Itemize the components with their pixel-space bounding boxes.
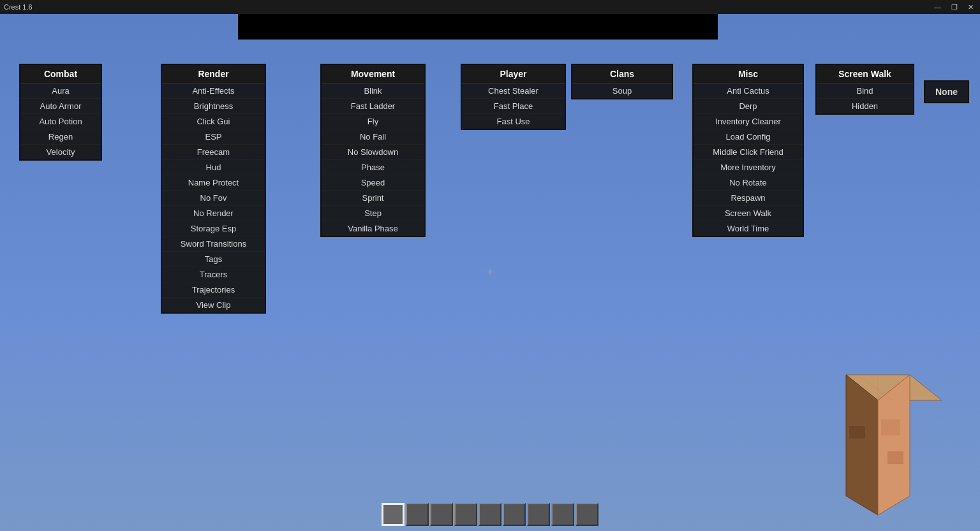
module-load-config[interactable]: Load Config	[694, 129, 803, 145]
module-hud[interactable]: Hud	[162, 160, 265, 175]
panel-misc: Misc Anti Cactus Derp Inventory Cleaner …	[692, 64, 804, 237]
module-regen[interactable]: Regen	[20, 129, 101, 145]
module-phase[interactable]: Phase	[322, 160, 424, 175]
panel-movement: Movement Blink Fast Ladder Fly No Fall N…	[320, 64, 426, 237]
panel-clans: Clans Soup	[571, 64, 673, 99]
panel-combat-header: Combat	[20, 65, 101, 84]
module-auto-potion[interactable]: Auto Potion	[20, 114, 101, 129]
window-title: Crest 1.6	[4, 3, 33, 11]
top-black-bar	[238, 14, 718, 40]
module-view-clip[interactable]: View Clip	[162, 298, 265, 312]
panel-misc-header: Misc	[694, 65, 803, 84]
module-respawn[interactable]: Respawn	[694, 191, 803, 206]
module-soup[interactable]: Soup	[572, 84, 672, 98]
module-no-fov[interactable]: No Fov	[162, 191, 265, 206]
panel-clans-header: Clans	[572, 65, 672, 84]
window-controls[interactable]: — ❐ ✕	[932, 3, 976, 11]
crosshair: +	[487, 265, 494, 279]
module-sword-transitions[interactable]: Sword Transitions	[162, 236, 265, 252]
block-svg	[795, 356, 961, 521]
module-freecam[interactable]: Freecam	[162, 145, 265, 160]
module-inventory-cleaner[interactable]: Inventory Cleaner	[694, 114, 803, 129]
svg-rect-7	[849, 426, 865, 439]
module-trajectories[interactable]: Trajectories	[162, 282, 265, 298]
hotbar-slot-9[interactable]	[575, 503, 598, 526]
module-auto-armor[interactable]: Auto Armor	[20, 99, 101, 114]
module-velocity[interactable]: Velocity	[20, 145, 101, 159]
module-more-inventory[interactable]: More Inventory	[694, 160, 803, 175]
module-fast-ladder[interactable]: Fast Ladder	[322, 99, 424, 114]
module-tracers[interactable]: Tracers	[162, 267, 265, 282]
close-button[interactable]: ✕	[965, 3, 976, 11]
panel-screenwalk-header: Screen Walk	[817, 65, 913, 84]
module-middle-click-friend[interactable]: Middle Click Friend	[694, 145, 803, 160]
module-no-slowdown[interactable]: No Slowdown	[322, 145, 424, 160]
none-button[interactable]: None	[924, 80, 969, 103]
hotbar	[382, 503, 598, 526]
hotbar-slot-7[interactable]	[527, 503, 550, 526]
module-speed[interactable]: Speed	[322, 175, 424, 191]
svg-rect-6	[887, 451, 903, 464]
hotbar-slot-4[interactable]	[454, 503, 477, 526]
module-sprint[interactable]: Sprint	[322, 191, 424, 206]
module-anti-cactus[interactable]: Anti Cactus	[694, 84, 803, 99]
module-step[interactable]: Step	[322, 206, 424, 221]
svg-rect-5	[881, 419, 900, 435]
minecraft-block	[795, 356, 961, 521]
panel-movement-header: Movement	[322, 65, 424, 84]
hotbar-slot-8[interactable]	[551, 503, 574, 526]
module-fly[interactable]: Fly	[322, 114, 424, 129]
panel-player-header: Player	[462, 65, 565, 84]
module-blink[interactable]: Blink	[322, 84, 424, 99]
maximize-button[interactable]: ❐	[949, 3, 960, 11]
hotbar-slot-3[interactable]	[430, 503, 453, 526]
module-aura[interactable]: Aura	[20, 84, 101, 99]
panel-render-header: Render	[162, 65, 265, 84]
hotbar-slot-2[interactable]	[406, 503, 429, 526]
hotbar-slot-5[interactable]	[479, 503, 501, 526]
module-no-render[interactable]: No Render	[162, 206, 265, 221]
module-derp[interactable]: Derp	[694, 99, 803, 114]
module-world-time[interactable]: World Time	[694, 221, 803, 236]
module-bind[interactable]: Bind	[817, 84, 913, 99]
panel-render: Render Anti-Effects Brightness Click Gui…	[161, 64, 266, 314]
module-esp[interactable]: ESP	[162, 129, 265, 145]
module-anti-effects[interactable]: Anti-Effects	[162, 84, 265, 99]
module-fast-use[interactable]: Fast Use	[462, 114, 565, 129]
module-hidden[interactable]: Hidden	[817, 99, 913, 113]
hotbar-slot-6[interactable]	[503, 503, 526, 526]
module-vanilla-phase[interactable]: Vanilla Phase	[322, 221, 424, 236]
module-chest-stealer[interactable]: Chest Stealer	[462, 84, 565, 99]
module-fast-place[interactable]: Fast Place	[462, 99, 565, 114]
minimize-button[interactable]: —	[932, 3, 944, 11]
module-tags[interactable]: Tags	[162, 252, 265, 267]
module-click-gui[interactable]: Click Gui	[162, 114, 265, 129]
panel-screenwalk: Screen Walk Bind Hidden	[815, 64, 914, 115]
hotbar-slot-1[interactable]	[382, 503, 405, 526]
module-brightness[interactable]: Brightness	[162, 99, 265, 114]
panel-player: Player Chest Stealer Fast Place Fast Use	[461, 64, 566, 130]
titlebar: Crest 1.6 — ❐ ✕	[0, 0, 980, 14]
module-name-protect[interactable]: Name Protect	[162, 175, 265, 191]
module-no-rotate[interactable]: No Rotate	[694, 175, 803, 191]
panel-combat: Combat Aura Auto Armor Auto Potion Regen…	[19, 64, 102, 161]
module-no-fall[interactable]: No Fall	[322, 129, 424, 145]
module-screen-walk[interactable]: Screen Walk	[694, 206, 803, 221]
module-storage-esp[interactable]: Storage Esp	[162, 221, 265, 236]
